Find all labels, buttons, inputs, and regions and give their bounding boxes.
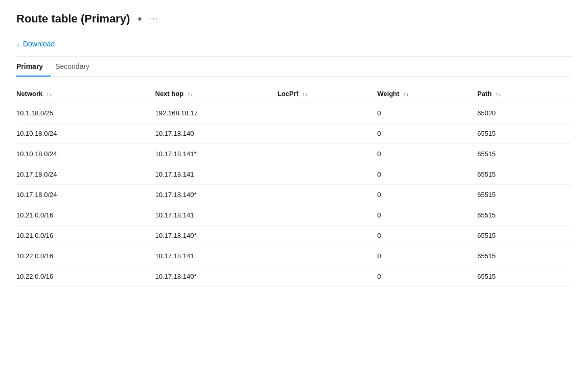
cell-network: 10.17.18.0/24 (16, 185, 155, 205)
column-label-weight: Weight (378, 90, 399, 97)
cell-network: 10.1.18.0/25 (16, 103, 155, 124)
sort-icon-path: ↑↓ (496, 91, 501, 97)
cell-nexthop: 10.17.18.140* (155, 226, 277, 246)
column-label-network: Network (16, 90, 42, 97)
cell-weight: 0 (378, 144, 478, 164)
cell-nexthop: 192.168.18.17 (155, 103, 277, 124)
cell-path: 65515 (477, 266, 572, 287)
column-header-network[interactable]: Network ↑↓ (16, 85, 155, 103)
cell-locprf (277, 124, 378, 144)
route-table: Network ↑↓ Next hop ↑↓ LocPrf ↑↓ Weight … (16, 85, 572, 287)
cell-locprf (277, 164, 378, 185)
tabs-container: Primary Secondary (16, 57, 572, 77)
cell-nexthop: 10.17.18.141 (155, 164, 277, 185)
sort-icon-network: ↑↓ (46, 91, 52, 97)
cell-nexthop: 10.17.18.140 (155, 124, 277, 144)
table-header: Network ↑↓ Next hop ↑↓ LocPrf ↑↓ Weight … (16, 85, 572, 103)
cell-weight: 0 (378, 124, 478, 144)
cell-locprf (277, 266, 378, 287)
cell-weight: 0 (378, 185, 478, 205)
tab-secondary[interactable]: Secondary (55, 57, 98, 77)
page-header: Route table (Primary) ✦ ··· (16, 12, 572, 26)
cell-path: 65515 (477, 124, 572, 144)
download-button[interactable]: ↓ Download (16, 38, 55, 50)
page-title: Route table (Primary) (16, 12, 130, 26)
cell-path: 65515 (477, 164, 572, 185)
sort-icon-weight: ↑↓ (403, 91, 409, 97)
table-row: 10.22.0.0/1610.17.18.140*065515 (16, 266, 572, 287)
cell-weight: 0 (378, 205, 478, 226)
table-row: 10.10.18.0/2410.17.18.140065515 (16, 124, 572, 144)
cell-path: 65515 (477, 246, 572, 266)
cell-network: 10.22.0.0/16 (16, 266, 155, 287)
download-icon: ↓ (16, 40, 20, 48)
table-row: 10.1.18.0/25192.168.18.17065020 (16, 103, 572, 124)
column-header-path[interactable]: Path ↑↓ (477, 85, 572, 103)
cell-nexthop: 10.17.18.140* (155, 185, 277, 205)
cell-weight: 0 (378, 103, 478, 124)
cell-locprf (277, 246, 378, 266)
toolbar: ↓ Download (16, 38, 572, 57)
cell-weight: 0 (378, 266, 478, 287)
column-header-nexthop[interactable]: Next hop ↑↓ (155, 85, 277, 103)
cell-network: 10.21.0.0/16 (16, 205, 155, 226)
column-label-nexthop: Next hop (155, 90, 184, 97)
cell-path: 65515 (477, 226, 572, 246)
pin-icon[interactable]: ✦ (136, 14, 143, 24)
column-label-locprf: LocPrf (277, 90, 298, 97)
cell-network: 10.10.18.0/24 (16, 124, 155, 144)
cell-nexthop: 10.17.18.141 (155, 205, 277, 226)
column-header-weight[interactable]: Weight ↑↓ (378, 85, 478, 103)
cell-weight: 0 (378, 226, 478, 246)
cell-path: 65515 (477, 205, 572, 226)
cell-weight: 0 (378, 246, 478, 266)
cell-network: 10.22.0.0/16 (16, 246, 155, 266)
tab-primary[interactable]: Primary (16, 57, 51, 77)
cell-locprf (277, 205, 378, 226)
cell-network: 10.10.18.0/24 (16, 144, 155, 164)
cell-locprf (277, 185, 378, 205)
cell-locprf (277, 103, 378, 124)
more-options-icon[interactable]: ··· (149, 14, 159, 23)
download-label: Download (23, 40, 55, 48)
cell-nexthop: 10.17.18.140* (155, 266, 277, 287)
table-row: 10.21.0.0/1610.17.18.140*065515 (16, 226, 572, 246)
cell-locprf (277, 226, 378, 246)
table-row: 10.21.0.0/1610.17.18.141065515 (16, 205, 572, 226)
cell-network: 10.21.0.0/16 (16, 226, 155, 246)
cell-nexthop: 10.17.18.141 (155, 246, 277, 266)
table-body: 10.1.18.0/25192.168.18.1706502010.10.18.… (16, 103, 572, 287)
cell-network: 10.17.18.0/24 (16, 164, 155, 185)
cell-nexthop: 10.17.18.141* (155, 144, 277, 164)
column-label-path: Path (477, 90, 491, 97)
cell-path: 65515 (477, 144, 572, 164)
table-row: 10.17.18.0/2410.17.18.141065515 (16, 164, 572, 185)
cell-path: 65515 (477, 185, 572, 205)
cell-weight: 0 (378, 164, 478, 185)
table-row: 10.10.18.0/2410.17.18.141*065515 (16, 144, 572, 164)
sort-icon-locprf: ↑↓ (302, 91, 308, 97)
sort-icon-nexthop: ↑↓ (187, 91, 193, 97)
table-row: 10.17.18.0/2410.17.18.140*065515 (16, 185, 572, 205)
column-header-locprf[interactable]: LocPrf ↑↓ (277, 85, 378, 103)
cell-locprf (277, 144, 378, 164)
table-row: 10.22.0.0/1610.17.18.141065515 (16, 246, 572, 266)
cell-path: 65020 (477, 103, 572, 124)
